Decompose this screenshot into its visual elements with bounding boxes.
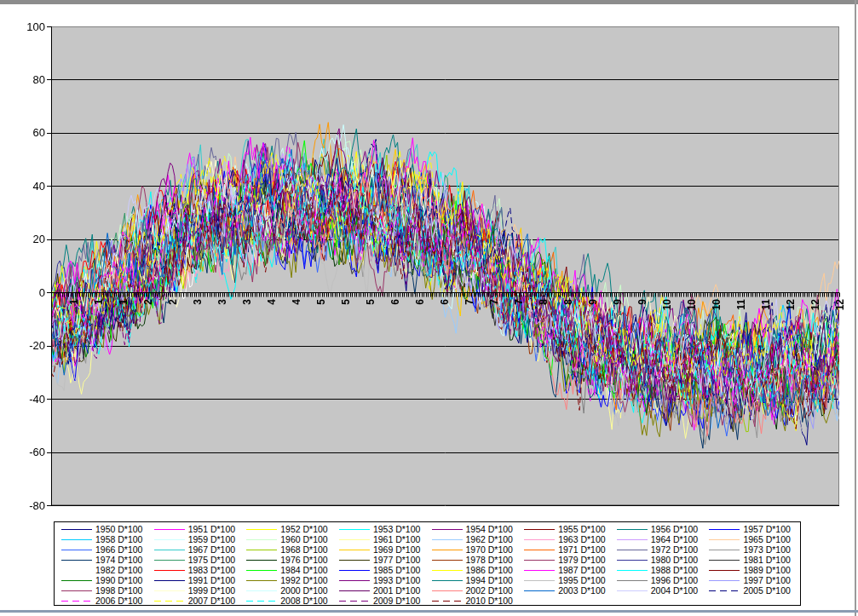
- legend-item-label: 2009 D*100: [373, 596, 420, 606]
- legend-line-swatch: [154, 601, 185, 602]
- legend-item-label: 1978 D*100: [466, 555, 513, 565]
- legend-line-swatch: [709, 550, 740, 550]
- legend-line-swatch: [339, 539, 370, 540]
- legend-item: 2008 D*100: [243, 596, 336, 606]
- legend-line-swatch: [61, 550, 92, 550]
- legend-item: 1957 D*100: [705, 524, 798, 534]
- y-axis-label: -40: [8, 393, 45, 406]
- legend-line-swatch: [432, 529, 463, 530]
- legend-line-swatch: [524, 590, 555, 591]
- legend-item: 1960 D*100: [243, 534, 336, 544]
- legend-item-label: 1999 D*100: [188, 585, 235, 596]
- legend-item-label: 1980 D*100: [651, 555, 698, 565]
- x-axis-label: 10: [662, 299, 673, 310]
- legend-item-label: 1993 D*100: [373, 575, 420, 585]
- x-axis-label: 4: [291, 299, 302, 305]
- legend-item: 1988 D*100: [613, 565, 706, 575]
- legend-line-swatch: [617, 529, 648, 530]
- legend-item-label: 1956 D*100: [651, 524, 698, 534]
- legend-line-swatch: [246, 550, 277, 550]
- legend-line-swatch: [154, 529, 185, 530]
- legend-item-label: 1998 D*100: [95, 585, 142, 596]
- legend-item-label: 1991 D*100: [188, 575, 235, 585]
- legend-item-label: 1973 D*100: [743, 544, 790, 555]
- legend-item-label: 1963 D*100: [558, 534, 605, 544]
- x-axis-label: 9: [613, 299, 624, 305]
- legend-item-label: 2007 D*100: [188, 596, 235, 606]
- legend-item: 1993 D*100: [336, 575, 429, 585]
- x-axis-label: 10: [687, 299, 698, 310]
- legend-item-label: 1957 D*100: [743, 524, 790, 534]
- x-axis-label: 2: [168, 299, 179, 305]
- legend-line-swatch: [432, 601, 463, 602]
- legend-line-swatch: [524, 570, 555, 571]
- legend-item: 1983 D*100: [151, 565, 244, 575]
- legend-item-label: 1953 D*100: [373, 524, 420, 534]
- legend-item-label: 2002 D*100: [466, 585, 513, 596]
- x-axis-label: 12: [810, 299, 821, 310]
- legend-item-label: 2000 D*100: [280, 585, 327, 596]
- legend-item-label: 1976 D*100: [280, 555, 327, 565]
- legend-item: 1990 D*100: [58, 575, 151, 585]
- legend-line-swatch: [432, 580, 463, 581]
- x-axis-label: 6: [415, 299, 426, 305]
- x-axis-label: 3: [217, 299, 228, 305]
- legend-item: 2004 D*100: [613, 585, 706, 596]
- legend-item-label: 1967 D*100: [188, 544, 235, 555]
- y-axis-label: 80: [8, 73, 45, 86]
- legend-line-swatch: [154, 590, 185, 591]
- legend-item: 2009 D*100: [336, 596, 429, 606]
- x-axis-label: 1: [118, 299, 130, 305]
- legend-item-label: 1982 D*100: [95, 565, 142, 575]
- legend-line-swatch: [246, 570, 277, 571]
- y-axis-label: -20: [8, 339, 45, 352]
- x-axis-label: 4: [267, 299, 278, 305]
- legend-item-label: 1972 D*100: [651, 544, 698, 555]
- legend-item: 1992 D*100: [243, 575, 336, 585]
- legend-item: 2002 D*100: [429, 585, 521, 596]
- legend-item: 1999 D*100: [151, 585, 244, 596]
- x-axis-label: 2: [143, 299, 154, 305]
- legend[interactable]: 1950 D*1001951 D*1001952 D*1001953 D*100…: [54, 521, 801, 606]
- legend-item-label: 1951 D*100: [188, 524, 235, 534]
- legend-item-label: 1952 D*100: [280, 524, 327, 534]
- legend-item-label: 1988 D*100: [651, 565, 698, 575]
- legend-item: 1952 D*100: [243, 524, 336, 534]
- legend-line-swatch: [709, 580, 740, 581]
- legend-item: 1974 D*100: [58, 555, 151, 565]
- legend-item-label: 2003 D*100: [558, 585, 605, 596]
- legend-item: 1961 D*100: [336, 534, 429, 544]
- legend-item-label: 1997 D*100: [743, 575, 790, 585]
- legend-line-swatch: [524, 560, 555, 561]
- legend-item: 1979 D*100: [521, 555, 613, 565]
- legend-line-swatch: [339, 601, 370, 602]
- legend-line-swatch: [617, 550, 648, 550]
- y-axis-label: 100: [8, 20, 45, 33]
- x-axis-label: 5: [341, 299, 352, 305]
- legend-item-label: 1964 D*100: [651, 534, 698, 544]
- y-axis-label: 60: [8, 126, 45, 139]
- legend-item-label: 2005 D*100: [743, 585, 790, 596]
- legend-item-label: 1966 D*100: [95, 544, 142, 555]
- legend-item: 1967 D*100: [151, 544, 244, 555]
- legend-line-swatch: [61, 539, 92, 540]
- legend-item: 1986 D*100: [429, 565, 521, 575]
- x-axis-label: 10: [711, 299, 723, 310]
- legend-line-swatch: [432, 539, 463, 540]
- legend-line-swatch: [432, 590, 463, 591]
- legend-item: 1955 D*100: [521, 524, 613, 534]
- legend-line-swatch: [339, 550, 370, 550]
- legend-line-swatch: [524, 529, 555, 530]
- legend-line-swatch: [61, 560, 92, 561]
- legend-item: 2000 D*100: [243, 585, 336, 596]
- legend-item: 1953 D*100: [336, 524, 429, 534]
- legend-item: 1970 D*100: [429, 544, 521, 555]
- legend-item-label: 1989 D*100: [743, 565, 790, 575]
- legend-item-label: 1962 D*100: [466, 534, 513, 544]
- legend-line-swatch: [709, 529, 740, 530]
- x-axis-label: 8: [538, 299, 550, 305]
- x-axis-label: 11: [761, 299, 772, 310]
- legend-item-label: 1950 D*100: [95, 524, 142, 534]
- legend-line-swatch: [246, 560, 277, 561]
- legend-line-swatch: [61, 570, 92, 571]
